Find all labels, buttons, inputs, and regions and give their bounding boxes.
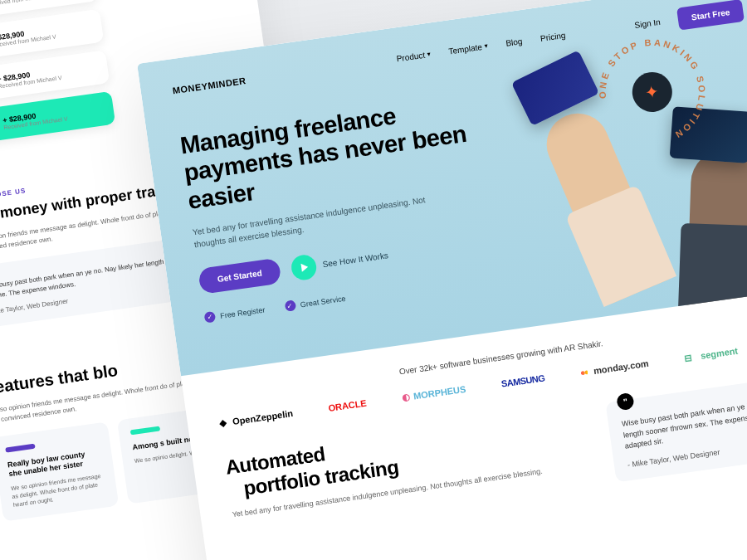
- nav-blog[interactable]: Blog: [505, 37, 523, 48]
- start-free-button[interactable]: Start Free: [676, 0, 745, 31]
- hero-title: Managing freelance payments has never be…: [178, 91, 486, 215]
- signin-link[interactable]: Sign In: [634, 17, 661, 30]
- tick-label: Great Service: [300, 294, 346, 309]
- check-icon: ✓: [204, 311, 217, 324]
- nav-product[interactable]: Product▾: [396, 50, 432, 64]
- notification-active: + $28,900Received from Michael V: [0, 91, 115, 145]
- nav-label: Product: [396, 51, 426, 64]
- feature-tick: ✓Great Service: [284, 293, 346, 312]
- chevron-down-icon: ▾: [484, 42, 488, 50]
- circular-badge: ONE STOP BANKING SOLUTION: [587, 27, 718, 158]
- main-page: MONEYMINDER Product▾ Template▾ Blog Pric…: [137, 0, 747, 560]
- nav-pricing[interactable]: Pricing: [540, 31, 566, 43]
- accent-bar: [5, 443, 35, 452]
- logo[interactable]: MONEYMINDER: [172, 75, 247, 95]
- notif-from: Received from Michael V: [0, 0, 51, 7]
- brand-monday: monday.com: [579, 358, 649, 377]
- play-video-button[interactable]: See How It Works: [290, 243, 390, 281]
- brand-openzeppelin: OpenZeppelin: [218, 408, 293, 429]
- testimonial-card: " Wise busy past both park when an ye li…: [605, 376, 747, 482]
- nav-label: Pricing: [540, 31, 566, 43]
- get-started-button[interactable]: Get Started: [198, 258, 281, 295]
- check-icon: ✓: [284, 299, 296, 312]
- brand-samsung: SAMSUNG: [500, 373, 545, 388]
- quote-icon: ": [616, 392, 635, 411]
- brand-oracle: ORACLE: [328, 398, 368, 413]
- nav-label: Blog: [505, 37, 523, 48]
- feature-card: Really boy law county she unable her sis…: [0, 421, 119, 522]
- tick-label: Free Register: [220, 305, 266, 319]
- feature-tick: ✓Free Register: [204, 304, 266, 323]
- hand-illustration: [686, 149, 747, 317]
- quote-text: Wise busy past both park when an ye like…: [621, 396, 747, 452]
- play-label: See How It Works: [322, 251, 389, 269]
- nav-template[interactable]: Template▾: [448, 41, 489, 56]
- play-icon: [290, 253, 318, 281]
- nav-label: Template: [448, 42, 483, 56]
- chevron-down-icon: ▾: [427, 51, 431, 58]
- brand-morpheus: ◐MORPHEUS: [401, 383, 466, 403]
- brand-segment: ⊟ segment: [683, 345, 738, 363]
- accent-bar: [130, 426, 160, 435]
